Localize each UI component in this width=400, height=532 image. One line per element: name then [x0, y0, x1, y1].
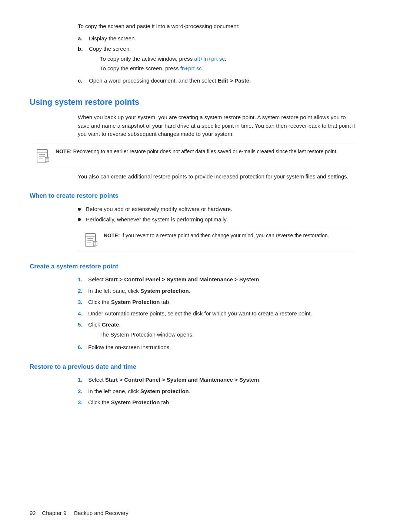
intro-step-c: c. Open a word-processing document, and …	[78, 77, 356, 85]
create-step-num-3: 3.	[78, 298, 88, 307]
sub-para-entire-screen: To copy the entire screen, press fn+prt …	[100, 64, 356, 73]
section-restore-heading: Restore to a previous date and time	[30, 362, 370, 372]
step-content-b: Copy the screen: To copy only the active…	[89, 45, 356, 74]
note-icon-1	[36, 148, 50, 163]
create-step-4: 4. Under Automatic restore points, selec…	[78, 310, 356, 318]
note-icon-2	[84, 232, 99, 247]
create-step-num-4: 4.	[78, 310, 88, 318]
restore-step-2: 2. In the left pane, click System protec…	[78, 387, 356, 396]
bullet-dot-2	[78, 218, 81, 221]
step-label-a: a.	[78, 34, 89, 43]
step-label-c: c.	[78, 77, 89, 85]
section-using-heading: Using system restore points	[30, 96, 370, 108]
create-step-content-4: Under Automatic restore points, select t…	[88, 310, 356, 318]
section-when-heading: When to create restore points	[30, 191, 370, 201]
bullet-text-2: Periodically, whenever the system is per…	[86, 215, 228, 224]
create-step-num-6: 6.	[78, 343, 88, 352]
create-step-3: 3. Click the System Protection tab.	[78, 298, 356, 307]
intro-step-list: a. Display the screen. b. Copy the scree…	[78, 34, 356, 85]
create-steps-list: 1. Select Start > Control Panel > System…	[78, 275, 356, 352]
restore-steps-list: 1. Select Start > Control Panel > System…	[78, 376, 356, 407]
step-content-a: Display the screen.	[89, 34, 356, 43]
create-step-content-1: Select Start > Control Panel > System an…	[88, 275, 356, 284]
create-step-content-6: Follow the on-screen instructions.	[88, 343, 356, 352]
restore-step-content-2: In the left pane, click System protectio…	[88, 387, 356, 396]
sub-para-active-window: To copy only the active window, press al…	[100, 55, 356, 63]
create-step-content-2: In the left pane, click System protectio…	[88, 287, 356, 295]
create-step-num-1: 1.	[78, 275, 88, 284]
create-step-content-5: Click Create. The System Protection wind…	[88, 321, 356, 340]
note-content-1: Recovering to an earlier restore point d…	[73, 148, 337, 154]
note-content-2: If you revert to a restore point and the…	[121, 232, 329, 238]
bullet-item-2: Periodically, whenever the system is per…	[78, 215, 356, 224]
create-step-num-5: 5.	[78, 321, 88, 329]
bullet-item-1: Before you add or extensively modify sof…	[78, 205, 356, 214]
section-create-heading: Create a system restore point	[30, 262, 370, 271]
intro-para: To copy the screen and paste it into a w…	[78, 22, 356, 31]
restore-step-num-2: 2.	[78, 387, 88, 396]
when-bullet-list: Before you add or extensively modify sof…	[78, 205, 356, 224]
link-fn-prt[interactable]: fn+prt sc	[180, 65, 202, 71]
restore-step-content-3: Click the System Protection tab.	[88, 398, 356, 407]
create-step-5: 5. Click Create. The System Protection w…	[78, 321, 356, 340]
note-label-2: NOTE:	[104, 232, 120, 238]
restore-step-content-1: Select Start > Control Panel > System an…	[88, 376, 356, 384]
note-text-1: NOTE: Recovering to an earlier restore p…	[56, 148, 350, 155]
note-box-1: NOTE: Recovering to an earlier restore p…	[30, 144, 356, 167]
restore-step-num-1: 1.	[78, 376, 88, 384]
bullet-dot-1	[78, 208, 81, 211]
create-step-content-3: Click the System Protection tab.	[88, 298, 356, 307]
restore-step-1: 1. Select Start > Control Panel > System…	[78, 376, 356, 384]
create-step-num-2: 2.	[78, 287, 88, 295]
create-step-2: 2. In the left pane, click System protec…	[78, 287, 356, 295]
intro-step-a: a. Display the screen.	[78, 34, 356, 43]
create-step-5-sub: The System Protection window opens.	[99, 331, 356, 339]
note-box-2: NOTE: If you revert to a restore point a…	[78, 228, 356, 251]
note-label-1: NOTE:	[56, 148, 72, 154]
restore-step-num-3: 3.	[78, 398, 88, 407]
section-using-description2: You also can create additional restore p…	[78, 173, 356, 181]
step-content-c: Open a word-processing document, and the…	[89, 77, 356, 85]
link-alt-fn-prt[interactable]: alt+fn+prt sc	[194, 56, 225, 62]
bullet-text-1: Before you add or extensively modify sof…	[86, 205, 232, 214]
note-text-2: NOTE: If you revert to a restore point a…	[104, 232, 350, 240]
create-step-1: 1. Select Start > Control Panel > System…	[78, 275, 356, 284]
section-using-description: When you back up your system, you are cr…	[78, 113, 356, 138]
step-label-b: b.	[78, 45, 89, 53]
create-step-6: 6. Follow the on-screen instructions.	[78, 343, 356, 352]
restore-step-3: 3. Click the System Protection tab.	[78, 398, 356, 407]
intro-step-b: b. Copy the screen: To copy only the act…	[78, 45, 356, 74]
